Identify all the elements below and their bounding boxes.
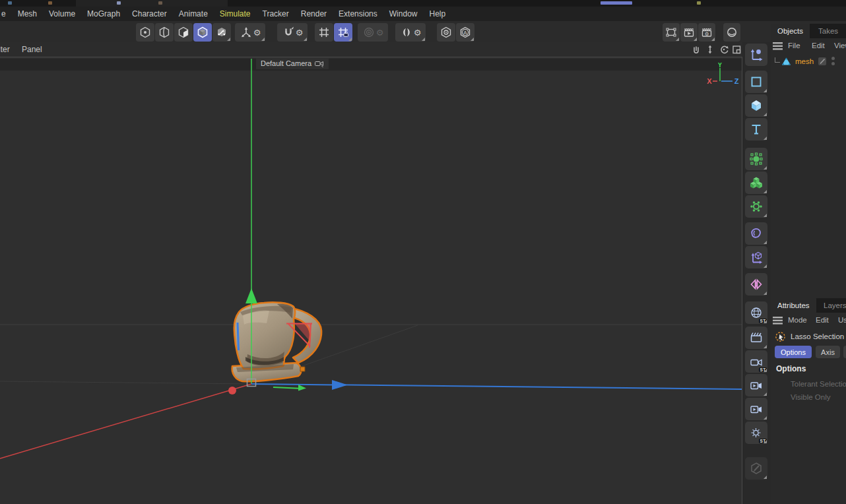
concentric-circles-icon: [362, 26, 375, 39]
axis-modifier-button[interactable]: [745, 246, 767, 268]
perspective-viewport[interactable]: Default Camera Y Z X: [0, 57, 742, 504]
axis-mode-button[interactable]: [212, 23, 231, 42]
coordinates-tool-button[interactable]: [745, 44, 767, 66]
objects-menu-row: File Edit View: [771, 40, 846, 54]
attributes-menu-mode[interactable]: Mode: [788, 316, 807, 324]
dolly-zoom-icon[interactable]: [705, 44, 715, 55]
mesh-object[interactable]: [232, 302, 321, 381]
menu-item-help[interactable]: Help: [423, 9, 451, 18]
motion-camera-button[interactable]: [745, 374, 767, 396]
polygon-object-icon[interactable]: [781, 57, 791, 66]
taskbar-icon[interactable]: [117, 1, 121, 5]
taskbar-icon[interactable]: [48, 1, 52, 5]
sky-object-button[interactable]: ST: [745, 301, 767, 324]
tab-attributes[interactable]: Attributes: [771, 298, 816, 313]
magnet-snap-button[interactable]: ⚙: [277, 23, 308, 42]
viewport-visibility-dot[interactable]: [831, 57, 835, 60]
menu-item-cut[interactable]: e: [0, 9, 12, 18]
interactive-render-group: [723, 23, 740, 42]
menu-item-mograph[interactable]: MoGraph: [81, 9, 126, 18]
points-mode-button[interactable]: [136, 23, 154, 42]
option-visible-only[interactable]: Visible Only: [791, 393, 831, 401]
objects-menu-edit[interactable]: Edit: [812, 42, 825, 49]
model-mode-button[interactable]: [193, 23, 212, 42]
symmetry-object-button[interactable]: [745, 273, 767, 296]
menu-item-render[interactable]: Render: [295, 9, 333, 18]
viewport-menu-panel[interactable]: Panel: [22, 45, 42, 54]
auto-mode-hexagon-button[interactable]: A: [456, 23, 474, 42]
lock-workplane-button[interactable]: [334, 23, 352, 42]
axis-tab-button[interactable]: Axis: [816, 346, 840, 358]
solo-hexagon-button[interactable]: [437, 23, 455, 42]
main-menubar: e Mesh Volume MoGraph Character Animate …: [0, 7, 846, 21]
deformer-button[interactable]: [745, 195, 767, 218]
menu-item-mesh[interactable]: Mesh: [12, 9, 43, 18]
option-tolerant-selection[interactable]: Tolerant Selection: [791, 380, 846, 388]
object-tag-toggle[interactable]: [818, 57, 826, 65]
viewport-menu-filter[interactable]: lter: [0, 45, 10, 54]
move-tool-settings-gear-icon[interactable]: ⚙: [253, 28, 261, 37]
axis-x-handle[interactable]: [0, 384, 251, 458]
plane-handle[interactable]: [273, 385, 306, 391]
tab-takes[interactable]: Takes: [812, 24, 845, 38]
hamburger-menu-icon[interactable]: [773, 42, 783, 50]
grid-group: [315, 23, 352, 42]
orbit-rotate-icon[interactable]: [719, 44, 729, 55]
generator-button[interactable]: [745, 148, 767, 170]
menu-item-tracker[interactable]: Tracker: [257, 9, 295, 18]
menu-item-volume[interactable]: Volume: [43, 9, 81, 18]
menu-item-extensions[interactable]: Extensions: [333, 9, 383, 18]
render-view-button[interactable]: [680, 23, 698, 42]
options-tab-button[interactable]: Options: [775, 346, 812, 358]
symmetry-settings-gear-icon[interactable]: ⚙: [414, 28, 422, 37]
objects-menu-view[interactable]: View: [834, 42, 846, 49]
primitive-cube-button[interactable]: [745, 94, 767, 117]
interactive-render-button[interactable]: [723, 23, 740, 42]
attributes-menu-edit[interactable]: Edit: [816, 316, 829, 324]
sphere-render-icon: [725, 26, 738, 39]
mesh-selection-handle[interactable]: [300, 367, 305, 371]
menu-item-window[interactable]: Window: [383, 9, 424, 18]
taskbar-icon[interactable]: [8, 1, 12, 5]
volume-builder-button[interactable]: [745, 172, 767, 194]
hamburger-menu-icon[interactable]: [773, 317, 783, 325]
field-object-button[interactable]: [745, 222, 767, 245]
titlebar-tab[interactable]: [76, 0, 228, 7]
maximize-view-icon[interactable]: [731, 44, 742, 55]
render-visibility-dot[interactable]: [831, 62, 835, 65]
snap-settings-gear-icon[interactable]: ⚙: [296, 28, 304, 37]
move-tool-group: ⚙: [235, 23, 265, 42]
polygons-mode-button[interactable]: [174, 23, 193, 42]
edges-mode-button[interactable]: [155, 23, 174, 42]
material-pencil-icon: [749, 461, 764, 476]
spline-rectangle-button[interactable]: [745, 71, 767, 93]
tab-layers[interactable]: Layers: [817, 298, 846, 313]
crane-camera-button[interactable]: [745, 398, 767, 420]
tab-objects[interactable]: Objects: [771, 24, 810, 38]
taskbar-icon[interactable]: [158, 1, 162, 5]
menu-item-simulate[interactable]: Simulate: [214, 9, 257, 18]
move-tool-button[interactable]: ⚙: [235, 23, 265, 42]
axis-z-handle[interactable]: [251, 380, 742, 390]
menu-item-character[interactable]: Character: [126, 9, 173, 18]
viewport-camera-label[interactable]: Default Camera: [256, 57, 329, 69]
taskbar-icon[interactable]: [697, 1, 701, 5]
symmetry-button[interactable]: ⚙: [395, 23, 426, 42]
light-object-button[interactable]: ST: [745, 422, 767, 444]
stage-object-button[interactable]: [745, 327, 767, 349]
titlebar: [0, 0, 846, 7]
objects-menu-file[interactable]: File: [788, 42, 800, 49]
workplane-grid-button[interactable]: [315, 23, 333, 42]
object-tree-row[interactable]: mesh: [771, 55, 846, 70]
text-object-button[interactable]: [745, 118, 767, 141]
render-settings-button[interactable]: ⚙: [698, 23, 715, 42]
generator-sphere-icon: [749, 152, 764, 166]
object-name-label[interactable]: mesh: [795, 57, 814, 65]
menu-item-animate[interactable]: Animate: [173, 9, 214, 18]
pan-hand-icon[interactable]: [691, 44, 701, 55]
attributes-menu-user[interactable]: Us: [838, 316, 846, 324]
clipped-tab-button[interactable]: [843, 346, 846, 358]
camera-switch-icon[interactable]: [315, 60, 324, 67]
camera-object-button[interactable]: ST: [745, 350, 767, 373]
render-region-button[interactable]: [663, 23, 680, 42]
